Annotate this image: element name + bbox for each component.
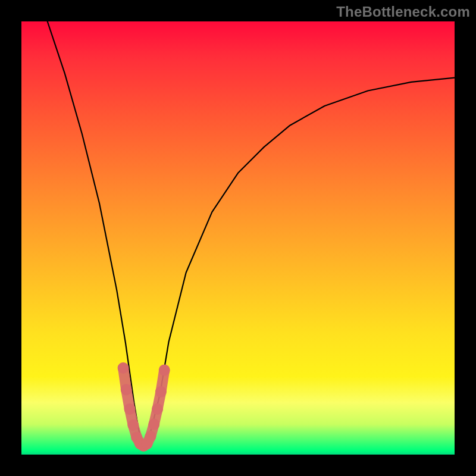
- highlight-dots: [118, 362, 170, 452]
- curve-layer: [21, 21, 455, 455]
- svg-point-12: [159, 365, 170, 376]
- svg-point-9: [148, 419, 159, 430]
- svg-point-11: [155, 386, 167, 397]
- svg-point-8: [145, 431, 156, 442]
- svg-point-10: [152, 403, 163, 415]
- attribution-text: TheBottleneck.com: [336, 4, 470, 20]
- bottleneck-curve: [48, 21, 455, 446]
- svg-point-3: [127, 419, 139, 431]
- svg-point-2: [124, 403, 136, 415]
- chart-frame: TheBottleneck.com: [0, 0, 476, 476]
- plot-area: [21, 21, 455, 455]
- svg-point-0: [118, 362, 129, 374]
- svg-point-1: [121, 384, 132, 395]
